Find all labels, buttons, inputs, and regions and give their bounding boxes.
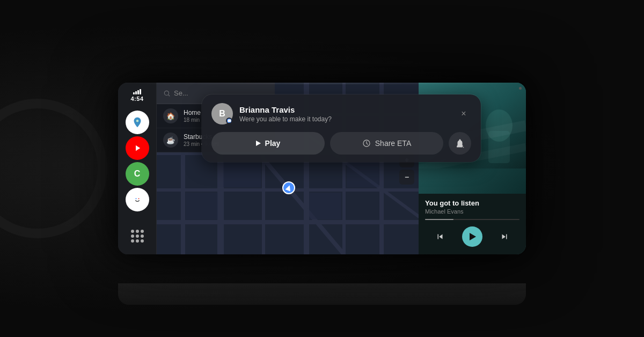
progress-fill	[425, 219, 453, 220]
svg-rect-20	[309, 193, 341, 219]
grid-dot	[136, 239, 139, 243]
close-notification-button[interactable]: ×	[456, 106, 471, 121]
notification-message: Were you able to make it today?	[239, 115, 456, 123]
progress-bar	[425, 219, 519, 220]
notification-header: B Brianna Travis Were you able to make i…	[211, 103, 471, 124]
signal-indicator	[133, 89, 141, 94]
previous-track-button[interactable]	[431, 228, 449, 245]
svg-rect-21	[186, 193, 218, 219]
messages-icon	[228, 119, 231, 123]
screen-glare	[118, 83, 526, 84]
clock-icon	[362, 139, 371, 148]
signal-bar-1	[133, 92, 135, 94]
next-track-button[interactable]	[496, 228, 513, 245]
avatar-app-indicator	[226, 118, 232, 124]
grid-dot	[141, 239, 144, 243]
sidebar: 4:54 C	[118, 83, 157, 254]
mute-notification-button[interactable]	[449, 132, 471, 155]
notification-overlay: B Brianna Travis Were you able to make i…	[157, 83, 526, 162]
notification-card: B Brianna Travis Were you able to make i…	[202, 94, 481, 162]
sidebar-item-assistant[interactable]	[126, 188, 149, 211]
music-info: You got to listen Michael Evans	[419, 194, 526, 254]
android-auto-screen: 4:54 C	[118, 83, 526, 254]
skip-previous-icon	[435, 232, 445, 241]
grid-dot	[131, 239, 134, 243]
home-destination-time: 18 min	[184, 117, 201, 123]
navigation-arrow	[286, 185, 292, 192]
play-pause-button[interactable]	[462, 226, 482, 247]
dashboard-surface	[118, 283, 526, 305]
grid-dot	[141, 235, 144, 238]
artist-name: Michael Evans	[425, 208, 519, 215]
svg-line-25	[169, 94, 170, 96]
sidebar-item-phone[interactable]: C	[126, 162, 149, 186]
skip-next-icon	[500, 232, 509, 241]
play-message-button[interactable]: Play	[211, 132, 325, 155]
music-status-dot	[519, 87, 522, 90]
zoom-out-button[interactable]: −	[399, 170, 414, 185]
svg-point-1	[135, 198, 136, 199]
grid-dot	[136, 235, 139, 238]
status-bar: 4:54	[130, 89, 143, 104]
home-icon: 🏠	[163, 108, 178, 123]
time-display: 4:54	[130, 96, 143, 102]
grid-dot	[131, 230, 134, 233]
signal-bar-3	[137, 90, 139, 94]
search-placeholder: Se...	[174, 89, 188, 97]
mute-icon	[455, 138, 465, 148]
home-destination-name: Home	[184, 109, 201, 116]
share-eta-button[interactable]: Share ETA	[330, 132, 443, 155]
svg-point-0	[133, 195, 142, 204]
all-apps-button[interactable]	[126, 224, 149, 248]
play-icon	[470, 233, 476, 240]
home-destination-info: Home 18 min	[184, 109, 201, 123]
sidebar-item-maps[interactable]	[126, 111, 149, 134]
music-controls	[425, 224, 519, 251]
play-icon	[256, 141, 261, 146]
notification-text: Brianna Travis Were you able to make it …	[239, 105, 456, 123]
search-icon	[163, 90, 171, 97]
signal-bar-2	[135, 91, 137, 94]
grid-dot	[131, 235, 134, 238]
notification-actions: Play Share ETA	[211, 132, 471, 155]
sender-name: Brianna Travis	[239, 105, 456, 114]
contact-avatar: B	[211, 103, 233, 124]
phone-icon-letter: C	[134, 169, 141, 179]
svg-point-2	[138, 198, 139, 199]
song-title: You got to listen	[425, 199, 519, 207]
sidebar-item-youtube-music[interactable]	[126, 136, 149, 160]
grid-dot	[136, 230, 139, 233]
grid-dot	[141, 230, 144, 233]
signal-bar-4	[140, 89, 141, 94]
grid-icon	[131, 230, 144, 243]
coffee-icon: ☕	[163, 133, 178, 148]
svg-point-24	[164, 91, 169, 95]
